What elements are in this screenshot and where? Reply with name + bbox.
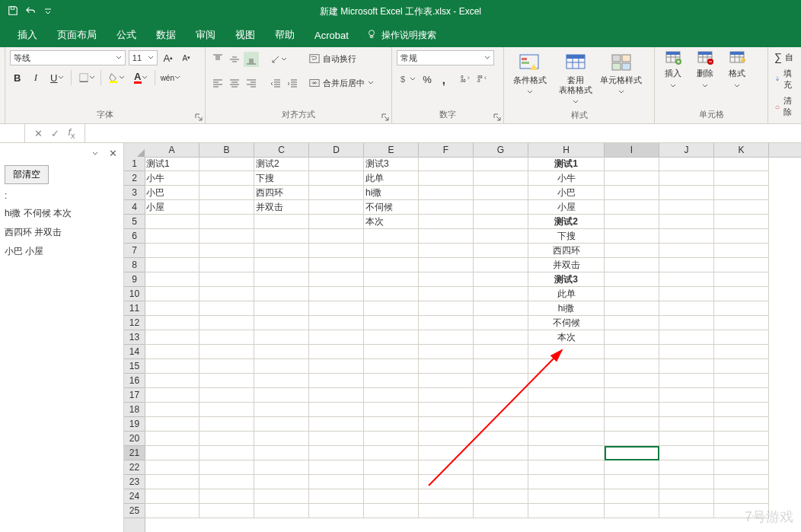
cell[interactable] (199, 460, 254, 475)
cell[interactable] (419, 446, 474, 460)
cell[interactable] (145, 374, 199, 388)
align-middle-button[interactable] (227, 52, 242, 67)
cell[interactable] (659, 157, 714, 171)
column-header[interactable]: F (419, 143, 474, 157)
cell[interactable] (714, 374, 769, 388)
cell[interactable]: 测试1 (528, 157, 605, 171)
cell[interactable]: 下搜 (254, 171, 309, 186)
cell[interactable] (309, 489, 364, 504)
cell[interactable] (605, 489, 659, 504)
cell[interactable] (474, 475, 528, 489)
cell[interactable]: 本次 (528, 330, 605, 345)
cell[interactable] (309, 244, 364, 258)
grow-font-button[interactable]: A▴ (161, 50, 176, 65)
cell[interactable] (145, 272, 199, 287)
cell[interactable] (309, 258, 364, 272)
row-header[interactable]: 9 (124, 272, 145, 287)
cell[interactable] (199, 432, 254, 446)
cell[interactable] (199, 374, 254, 388)
align-bottom-button[interactable] (244, 52, 259, 67)
cell[interactable] (474, 489, 528, 504)
cell[interactable] (364, 432, 419, 446)
format-cells-button[interactable]: 格式 (723, 50, 751, 91)
cell[interactable] (145, 432, 199, 446)
cell[interactable]: 不伺候 (528, 316, 605, 330)
spreadsheet-grid[interactable]: ABCDEFGHIJK 1234567891011121314151617181… (124, 143, 801, 532)
cell[interactable] (605, 215, 659, 229)
cell[interactable] (605, 200, 659, 215)
cell[interactable] (309, 403, 364, 417)
cell[interactable] (419, 403, 474, 417)
cell[interactable] (419, 258, 474, 272)
cell[interactable] (254, 359, 309, 374)
cell[interactable] (145, 215, 199, 229)
increase-indent-button[interactable] (285, 76, 300, 91)
cell[interactable] (145, 229, 199, 244)
cell[interactable] (254, 345, 309, 359)
cell[interactable] (199, 475, 254, 489)
cell[interactable] (714, 330, 769, 345)
tab-view[interactable]: 视图 (225, 23, 265, 47)
cell[interactable] (145, 244, 199, 258)
cell[interactable] (199, 345, 254, 359)
cell[interactable] (659, 301, 714, 316)
row-header[interactable]: 25 (124, 504, 145, 518)
cell[interactable] (145, 417, 199, 432)
cell[interactable] (309, 359, 364, 374)
cell[interactable] (659, 359, 714, 374)
cell[interactable] (474, 446, 528, 460)
cell[interactable] (254, 446, 309, 460)
cell[interactable] (605, 374, 659, 388)
cell[interactable] (309, 157, 364, 171)
cell[interactable] (145, 287, 199, 301)
cell[interactable] (605, 330, 659, 345)
cell[interactable] (309, 432, 364, 446)
cell[interactable] (528, 475, 605, 489)
cell[interactable] (419, 200, 474, 215)
cell[interactable] (659, 200, 714, 215)
cell[interactable] (364, 446, 419, 460)
row-header[interactable]: 22 (124, 460, 145, 475)
cell[interactable]: hi撒 (364, 186, 419, 200)
cell[interactable] (309, 316, 364, 330)
cell[interactable] (528, 345, 605, 359)
cell[interactable] (419, 316, 474, 330)
cell[interactable] (474, 215, 528, 229)
cell[interactable] (605, 475, 659, 489)
cell[interactable] (659, 316, 714, 330)
cell[interactable] (199, 200, 254, 215)
cell[interactable] (605, 446, 659, 460)
column-header[interactable]: I (605, 143, 659, 157)
comma-style-button[interactable]: , (436, 72, 452, 87)
row-header[interactable]: 10 (124, 287, 145, 301)
decrease-decimal-button[interactable]: .00.0 (474, 72, 490, 87)
cell[interactable] (714, 417, 769, 432)
cell[interactable]: 本次 (364, 215, 419, 229)
cell[interactable] (528, 446, 605, 460)
autosum-button[interactable]: ∑自 (773, 50, 796, 64)
cell[interactable] (605, 244, 659, 258)
cell[interactable] (199, 244, 254, 258)
cell[interactable] (254, 330, 309, 345)
cell[interactable] (714, 432, 769, 446)
cell[interactable]: 西四环 (254, 186, 309, 200)
cell[interactable] (714, 489, 769, 504)
cell[interactable] (309, 215, 364, 229)
cell[interactable]: 并双击 (528, 258, 605, 272)
cell[interactable] (528, 460, 605, 475)
cell[interactable] (474, 403, 528, 417)
cell[interactable] (419, 186, 474, 200)
cell[interactable]: 测试2 (528, 215, 605, 229)
cell[interactable] (309, 460, 364, 475)
cell[interactable] (364, 475, 419, 489)
cell[interactable] (528, 374, 605, 388)
cell[interactable] (605, 258, 659, 272)
cell[interactable] (528, 417, 605, 432)
cell[interactable] (364, 316, 419, 330)
cell[interactable] (309, 171, 364, 186)
cell[interactable] (659, 504, 714, 518)
cell[interactable] (364, 345, 419, 359)
cell[interactable] (659, 417, 714, 432)
cell[interactable] (605, 301, 659, 316)
cell[interactable] (528, 403, 605, 417)
